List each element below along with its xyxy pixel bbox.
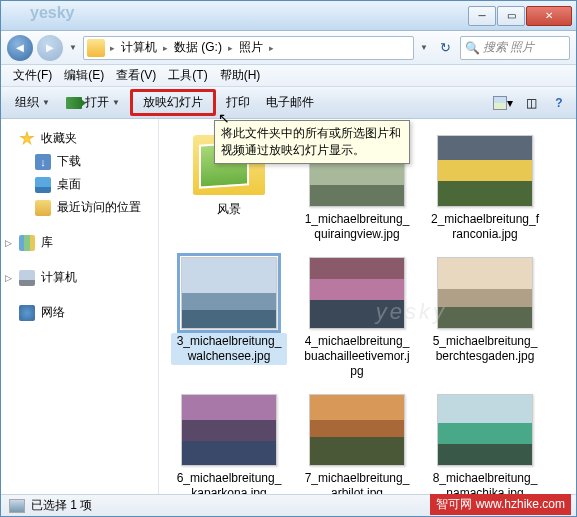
back-button[interactable]: ◄: [7, 35, 33, 61]
status-thumbnail-icon: [9, 499, 25, 513]
file-label: 风景: [214, 201, 244, 218]
sidebar-item-recent[interactable]: 最近访问的位置: [1, 196, 158, 219]
download-icon: [35, 154, 51, 170]
recent-icon: [35, 200, 51, 216]
minimize-button[interactable]: ─: [468, 6, 496, 26]
menu-edit[interactable]: 编辑(E): [58, 65, 110, 86]
sidebar-item-downloads[interactable]: 下载: [1, 150, 158, 173]
image-thumbnail: [437, 394, 533, 466]
file-item[interactable]: 2_michaelbreitung_franconia.jpg: [423, 131, 547, 247]
network-icon: [19, 305, 35, 321]
computer-icon: [19, 270, 35, 286]
organize-button[interactable]: 组织▼: [7, 90, 58, 115]
file-label: 8_michaelbreitung_namachika.jpg: [427, 470, 543, 494]
library-icon: [19, 235, 35, 251]
breadcrumb-seg-computer[interactable]: 计算机: [117, 39, 161, 56]
chevron-right-icon[interactable]: ▷: [5, 238, 12, 248]
view-mode-button[interactable]: ▾: [492, 92, 514, 114]
maximize-button[interactable]: ▭: [497, 6, 525, 26]
tooltip: 将此文件夹中的所有或所选图片和视频通过放映幻灯片显示。: [214, 120, 410, 164]
folder-icon: [87, 39, 105, 57]
image-thumbnail: [181, 257, 277, 329]
status-text: 已选择 1 项: [31, 497, 92, 514]
chevron-right-icon[interactable]: ▷: [5, 273, 12, 283]
refresh-button[interactable]: ↻: [434, 37, 456, 59]
view-icon: [493, 96, 507, 110]
explorer-window: yesky ─ ▭ ✕ ◄ ► ▼ ▸ 计算机 ▸ 数据 (G:) ▸ 照片 ▸…: [0, 0, 577, 517]
open-icon: [66, 97, 82, 109]
image-thumbnail: [181, 394, 277, 466]
file-label: 1_michaelbreitung_quiraingview.jpg: [299, 211, 415, 243]
logo-watermark: yesky: [30, 4, 75, 22]
slideshow-button[interactable]: 放映幻灯片: [130, 89, 216, 116]
sidebar-item-desktop[interactable]: 桌面: [1, 173, 158, 196]
search-icon: 🔍: [465, 41, 480, 55]
breadcrumb-seg-drive[interactable]: 数据 (G:): [170, 39, 226, 56]
sidebar-libraries[interactable]: ▷ 库: [1, 231, 158, 254]
sidebar-network[interactable]: 网络: [1, 301, 158, 324]
navigation-bar: ◄ ► ▼ ▸ 计算机 ▸ 数据 (G:) ▸ 照片 ▸ ▼ ↻ 🔍 搜索 照片: [1, 31, 576, 65]
brand-watermark: 智可网 www.hzhike.com: [430, 494, 571, 515]
file-label: 4_michaelbreitung_buachailleetivemor.jpg: [299, 333, 415, 380]
file-label: 2_michaelbreitung_franconia.jpg: [427, 211, 543, 243]
file-label: 6_michaelbreitung_kaparkona.jpg: [171, 470, 287, 494]
image-thumbnail: [437, 135, 533, 207]
file-item[interactable]: 8_michaelbreitung_namachika.jpg: [423, 390, 547, 494]
menu-help[interactable]: 帮助(H): [214, 65, 267, 86]
chevron-right-icon[interactable]: ▸: [267, 43, 276, 53]
open-button[interactable]: 打开▼: [58, 90, 128, 115]
star-icon: [19, 131, 35, 147]
file-label: 7_michaelbreitung_arbilot.jpg: [299, 470, 415, 494]
file-item[interactable]: 4_michaelbreitung_buachailleetivemor.jpg: [295, 253, 419, 384]
image-thumbnail: [437, 257, 533, 329]
chevron-down-icon: ▼: [42, 98, 50, 107]
search-input[interactable]: 🔍 搜索 照片: [460, 36, 570, 60]
history-dropdown-icon[interactable]: ▼: [67, 43, 79, 52]
close-button[interactable]: ✕: [526, 6, 572, 26]
content-area: 收藏夹 下载 桌面 最近访问的位置 ▷: [1, 119, 576, 494]
sidebar-favorites[interactable]: 收藏夹: [1, 127, 158, 150]
chevron-right-icon[interactable]: ▸: [161, 43, 170, 53]
file-list[interactable]: yesky 风景1_michaelbreitung_quiraingview.j…: [159, 119, 576, 494]
forward-button[interactable]: ►: [37, 35, 63, 61]
file-label: 3_michaelbreitung_walchensee.jpg: [171, 333, 287, 365]
preview-pane-button[interactable]: ◫: [520, 92, 542, 114]
cursor-icon: ↖: [218, 110, 230, 126]
file-item[interactable]: 6_michaelbreitung_kaparkona.jpg: [167, 390, 291, 494]
path-dropdown-icon[interactable]: ▼: [418, 43, 430, 52]
image-thumbnail: [309, 394, 405, 466]
file-item[interactable]: 7_michaelbreitung_arbilot.jpg: [295, 390, 419, 494]
menu-file[interactable]: 文件(F): [7, 65, 58, 86]
breadcrumb-seg-photos[interactable]: 照片: [235, 39, 267, 56]
menu-tools[interactable]: 工具(T): [162, 65, 213, 86]
sidebar-computer[interactable]: ▷ 计算机: [1, 266, 158, 289]
navigation-pane: 收藏夹 下载 桌面 最近访问的位置 ▷: [1, 119, 159, 494]
titlebar: yesky ─ ▭ ✕: [1, 1, 576, 31]
file-item[interactable]: 3_michaelbreitung_walchensee.jpg: [167, 253, 291, 384]
breadcrumb[interactable]: ▸ 计算机 ▸ 数据 (G:) ▸ 照片 ▸: [83, 36, 414, 60]
help-button[interactable]: ?: [548, 92, 570, 114]
chevron-right-icon[interactable]: ▸: [226, 43, 235, 53]
search-placeholder: 搜索 照片: [483, 39, 534, 56]
email-button[interactable]: 电子邮件: [258, 90, 322, 115]
image-thumbnail: [309, 257, 405, 329]
menubar: 文件(F) 编辑(E) 查看(V) 工具(T) 帮助(H): [1, 65, 576, 87]
file-item[interactable]: 5_michaelbreitung_berchtesgaden.jpg: [423, 253, 547, 384]
menu-view[interactable]: 查看(V): [110, 65, 162, 86]
file-label: 5_michaelbreitung_berchtesgaden.jpg: [427, 333, 543, 365]
desktop-icon: [35, 177, 51, 193]
toolbar: 组织▼ 打开▼ 放映幻灯片 打印 电子邮件 ▾ ◫ ?: [1, 87, 576, 119]
chevron-down-icon: ▾: [507, 96, 513, 110]
chevron-right-icon[interactable]: ▸: [108, 43, 117, 53]
chevron-down-icon: ▼: [112, 98, 120, 107]
